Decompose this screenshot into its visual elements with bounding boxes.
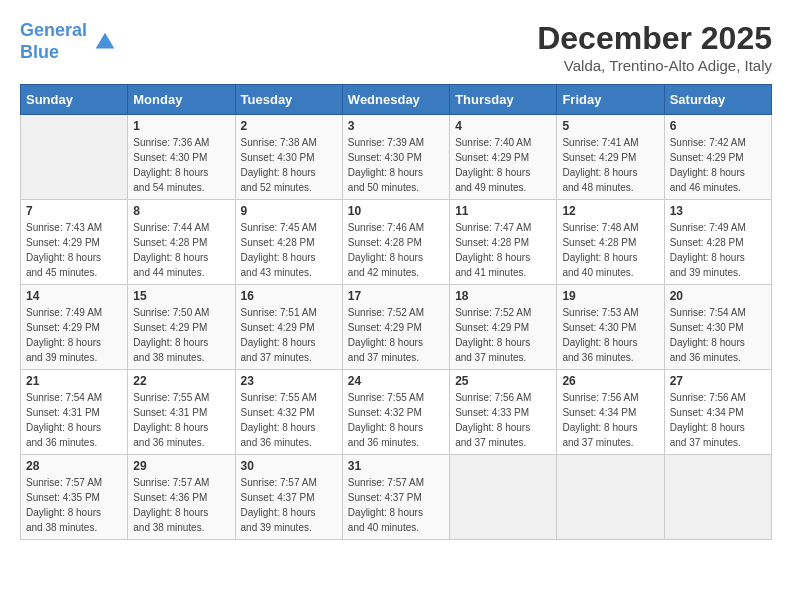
day-info: Sunrise: 7:52 AM Sunset: 4:29 PM Dayligh…: [348, 305, 444, 365]
day-info: Sunrise: 7:43 AM Sunset: 4:29 PM Dayligh…: [26, 220, 122, 280]
header-day-wednesday: Wednesday: [342, 85, 449, 115]
day-info: Sunrise: 7:55 AM Sunset: 4:31 PM Dayligh…: [133, 390, 229, 450]
day-info: Sunrise: 7:44 AM Sunset: 4:28 PM Dayligh…: [133, 220, 229, 280]
day-info: Sunrise: 7:41 AM Sunset: 4:29 PM Dayligh…: [562, 135, 658, 195]
day-number: 15: [133, 289, 229, 303]
calendar-cell: 28Sunrise: 7:57 AM Sunset: 4:35 PM Dayli…: [21, 455, 128, 540]
calendar-cell: 15Sunrise: 7:50 AM Sunset: 4:29 PM Dayli…: [128, 285, 235, 370]
header-day-saturday: Saturday: [664, 85, 771, 115]
day-number: 20: [670, 289, 766, 303]
header-day-friday: Friday: [557, 85, 664, 115]
calendar-cell: 14Sunrise: 7:49 AM Sunset: 4:29 PM Dayli…: [21, 285, 128, 370]
day-number: 22: [133, 374, 229, 388]
subtitle: Valda, Trentino-Alto Adige, Italy: [537, 57, 772, 74]
header-day-thursday: Thursday: [450, 85, 557, 115]
main-title: December 2025: [537, 20, 772, 57]
calendar-cell: 25Sunrise: 7:56 AM Sunset: 4:33 PM Dayli…: [450, 370, 557, 455]
logo-line1: General: [20, 20, 87, 40]
calendar-cell: 7Sunrise: 7:43 AM Sunset: 4:29 PM Daylig…: [21, 200, 128, 285]
day-number: 1: [133, 119, 229, 133]
day-info: Sunrise: 7:56 AM Sunset: 4:33 PM Dayligh…: [455, 390, 551, 450]
day-number: 11: [455, 204, 551, 218]
day-info: Sunrise: 7:49 AM Sunset: 4:28 PM Dayligh…: [670, 220, 766, 280]
day-number: 2: [241, 119, 337, 133]
day-info: Sunrise: 7:46 AM Sunset: 4:28 PM Dayligh…: [348, 220, 444, 280]
day-info: Sunrise: 7:50 AM Sunset: 4:29 PM Dayligh…: [133, 305, 229, 365]
calendar-cell: 1Sunrise: 7:36 AM Sunset: 4:30 PM Daylig…: [128, 115, 235, 200]
calendar-cell: 26Sunrise: 7:56 AM Sunset: 4:34 PM Dayli…: [557, 370, 664, 455]
calendar-cell: 3Sunrise: 7:39 AM Sunset: 4:30 PM Daylig…: [342, 115, 449, 200]
day-number: 29: [133, 459, 229, 473]
day-number: 24: [348, 374, 444, 388]
day-number: 6: [670, 119, 766, 133]
day-info: Sunrise: 7:45 AM Sunset: 4:28 PM Dayligh…: [241, 220, 337, 280]
day-info: Sunrise: 7:48 AM Sunset: 4:28 PM Dayligh…: [562, 220, 658, 280]
day-info: Sunrise: 7:57 AM Sunset: 4:37 PM Dayligh…: [348, 475, 444, 535]
day-number: 25: [455, 374, 551, 388]
day-info: Sunrise: 7:36 AM Sunset: 4:30 PM Dayligh…: [133, 135, 229, 195]
calendar-cell: 19Sunrise: 7:53 AM Sunset: 4:30 PM Dayli…: [557, 285, 664, 370]
calendar-cell: 16Sunrise: 7:51 AM Sunset: 4:29 PM Dayli…: [235, 285, 342, 370]
calendar-cell: 6Sunrise: 7:42 AM Sunset: 4:29 PM Daylig…: [664, 115, 771, 200]
day-info: Sunrise: 7:53 AM Sunset: 4:30 PM Dayligh…: [562, 305, 658, 365]
day-number: 26: [562, 374, 658, 388]
calendar-cell: 5Sunrise: 7:41 AM Sunset: 4:29 PM Daylig…: [557, 115, 664, 200]
day-number: 3: [348, 119, 444, 133]
day-info: Sunrise: 7:42 AM Sunset: 4:29 PM Dayligh…: [670, 135, 766, 195]
day-info: Sunrise: 7:52 AM Sunset: 4:29 PM Dayligh…: [455, 305, 551, 365]
logo-line2: Blue: [20, 42, 59, 62]
calendar-cell: [557, 455, 664, 540]
calendar-cell: 29Sunrise: 7:57 AM Sunset: 4:36 PM Dayli…: [128, 455, 235, 540]
calendar-cell: 2Sunrise: 7:38 AM Sunset: 4:30 PM Daylig…: [235, 115, 342, 200]
calendar-cell: [664, 455, 771, 540]
day-number: 30: [241, 459, 337, 473]
calendar-cell: 12Sunrise: 7:48 AM Sunset: 4:28 PM Dayli…: [557, 200, 664, 285]
day-number: 21: [26, 374, 122, 388]
week-row-2: 7Sunrise: 7:43 AM Sunset: 4:29 PM Daylig…: [21, 200, 772, 285]
day-info: Sunrise: 7:55 AM Sunset: 4:32 PM Dayligh…: [348, 390, 444, 450]
day-number: 23: [241, 374, 337, 388]
day-info: Sunrise: 7:49 AM Sunset: 4:29 PM Dayligh…: [26, 305, 122, 365]
logo: General Blue: [20, 20, 119, 63]
day-info: Sunrise: 7:57 AM Sunset: 4:35 PM Dayligh…: [26, 475, 122, 535]
day-number: 31: [348, 459, 444, 473]
calendar-cell: 11Sunrise: 7:47 AM Sunset: 4:28 PM Dayli…: [450, 200, 557, 285]
week-row-4: 21Sunrise: 7:54 AM Sunset: 4:31 PM Dayli…: [21, 370, 772, 455]
calendar-cell: 13Sunrise: 7:49 AM Sunset: 4:28 PM Dayli…: [664, 200, 771, 285]
calendar-cell: 31Sunrise: 7:57 AM Sunset: 4:37 PM Dayli…: [342, 455, 449, 540]
title-block: December 2025 Valda, Trentino-Alto Adige…: [537, 20, 772, 74]
day-info: Sunrise: 7:39 AM Sunset: 4:30 PM Dayligh…: [348, 135, 444, 195]
svg-marker-0: [96, 32, 115, 48]
calendar-cell: 21Sunrise: 7:54 AM Sunset: 4:31 PM Dayli…: [21, 370, 128, 455]
calendar-cell: 24Sunrise: 7:55 AM Sunset: 4:32 PM Dayli…: [342, 370, 449, 455]
day-number: 19: [562, 289, 658, 303]
week-row-1: 1Sunrise: 7:36 AM Sunset: 4:30 PM Daylig…: [21, 115, 772, 200]
day-number: 9: [241, 204, 337, 218]
day-info: Sunrise: 7:56 AM Sunset: 4:34 PM Dayligh…: [670, 390, 766, 450]
logo-icon: [91, 28, 119, 56]
day-number: 16: [241, 289, 337, 303]
day-info: Sunrise: 7:57 AM Sunset: 4:37 PM Dayligh…: [241, 475, 337, 535]
calendar-cell: 18Sunrise: 7:52 AM Sunset: 4:29 PM Dayli…: [450, 285, 557, 370]
header-day-sunday: Sunday: [21, 85, 128, 115]
calendar-cell: 17Sunrise: 7:52 AM Sunset: 4:29 PM Dayli…: [342, 285, 449, 370]
calendar-cell: 10Sunrise: 7:46 AM Sunset: 4:28 PM Dayli…: [342, 200, 449, 285]
day-number: 18: [455, 289, 551, 303]
calendar-cell: 22Sunrise: 7:55 AM Sunset: 4:31 PM Dayli…: [128, 370, 235, 455]
day-info: Sunrise: 7:38 AM Sunset: 4:30 PM Dayligh…: [241, 135, 337, 195]
day-number: 27: [670, 374, 766, 388]
page-header: General Blue December 2025 Valda, Trenti…: [20, 20, 772, 74]
calendar-table: SundayMondayTuesdayWednesdayThursdayFrid…: [20, 84, 772, 540]
day-info: Sunrise: 7:55 AM Sunset: 4:32 PM Dayligh…: [241, 390, 337, 450]
day-info: Sunrise: 7:54 AM Sunset: 4:31 PM Dayligh…: [26, 390, 122, 450]
header-day-tuesday: Tuesday: [235, 85, 342, 115]
day-number: 12: [562, 204, 658, 218]
day-number: 28: [26, 459, 122, 473]
day-info: Sunrise: 7:40 AM Sunset: 4:29 PM Dayligh…: [455, 135, 551, 195]
day-number: 8: [133, 204, 229, 218]
calendar-cell: 23Sunrise: 7:55 AM Sunset: 4:32 PM Dayli…: [235, 370, 342, 455]
day-number: 10: [348, 204, 444, 218]
calendar-cell: 30Sunrise: 7:57 AM Sunset: 4:37 PM Dayli…: [235, 455, 342, 540]
day-number: 7: [26, 204, 122, 218]
calendar-cell: [450, 455, 557, 540]
